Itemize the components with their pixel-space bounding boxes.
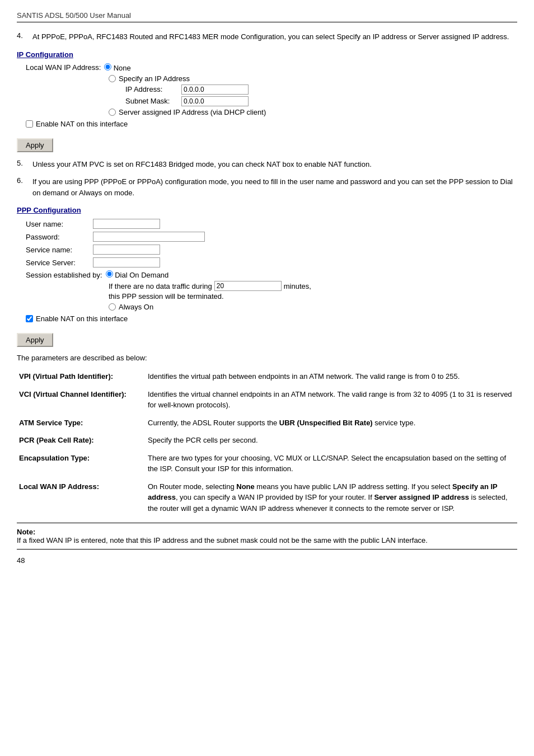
step-4: 4. At PPPoE, PPPoA, RFC1483 Routed and R… [17,31,517,43]
radio-server[interactable] [109,109,116,116]
username-label: User name: [26,220,93,228]
manual-title: SANTIS ADSL 50/500 User Manual [17,11,131,20]
step-5-number: 5. [17,159,32,170]
subnet-mask-label: Subnet Mask: [125,97,181,105]
params-table: VPI (Virtual Path Identifier): Identifie… [17,368,517,517]
session-established-row: Session established by: Dial On Demand [26,270,517,279]
params-intro: The parameters are described as below: [17,354,517,362]
enable-nat-row-ppp: Enable NAT on this interface [26,314,517,323]
table-row: VCI (Virtual Channel Identifier): Identi… [17,386,517,414]
ppp-config-title: PPP Configuration [17,206,517,214]
step-6-text: If you are using PPP (PPPoE or PPPoA) co… [32,176,517,198]
radio-none-label: None [114,64,131,72]
param-term-vci: VCI (Virtual Channel Identifier): [17,386,146,414]
username-input[interactable] [93,219,160,229]
param-term-pcr: PCR (Peak Cell Rate): [17,431,146,449]
note-block: Note: If a fixed WAN IP is entered, note… [17,523,517,550]
enable-nat-label-ip: Enable NAT on this interface [36,120,128,128]
subnet-mask-input[interactable] [181,96,249,106]
param-term-atm: ATM Service Type: [17,414,146,432]
ppp-terminate-text: this PPP session will be terminated. [109,292,517,300]
radio-none[interactable] [104,63,111,71]
step-6-number: 6. [17,176,32,198]
step-4-number: 4. [17,31,32,43]
service-name-row: Service name: [26,245,517,255]
no-traffic-text-after: minutes, [284,282,311,290]
radio-server-label: Server assigned IP Address (via DHCP cli… [119,108,266,116]
ip-config-block: Local WAN IP Address: None Specify an IP… [26,63,517,128]
note-title: Note: [17,528,35,536]
table-row: VPI (Virtual Path Identifier): Identifie… [17,368,517,386]
dial-on-demand-label: Dial On Demand [115,271,168,279]
enable-nat-row-ip: Enable NAT on this interface [26,120,517,128]
page-header: SANTIS ADSL 50/500 User Manual [17,11,517,22]
param-def-vpi: Identifies the virtual path between endp… [146,368,517,386]
radio-server-row: Server assigned IP Address (via DHCP cli… [109,108,517,116]
step-5: 5. Unless your ATM PVC is set on RFC1483… [17,159,517,170]
radio-specify-label: Specify an IP Address [119,74,190,83]
ip-address-input[interactable] [181,84,249,95]
always-on-label: Always On [119,303,153,311]
table-row: ATM Service Type: Currently, the ADSL Ro… [17,414,517,432]
param-def-atm: Currently, the ADSL Router supports the … [146,414,517,432]
param-term-vpi: VPI (Virtual Path Identifier): [17,368,146,386]
username-row: User name: [26,219,517,229]
step-5-text: Unless your ATM PVC is set on RFC1483 Br… [32,159,372,170]
service-server-label: Service Server: [26,259,93,267]
local-wan-row: Local WAN IP Address: None [26,63,517,72]
subnet-mask-row: Subnet Mask: [125,96,517,106]
param-def-vci: Identifies the virtual channel endpoints… [146,386,517,414]
note-text: If a fixed WAN IP is entered, note that … [17,536,428,544]
service-server-input[interactable] [93,257,160,267]
always-on-row: Always On [109,303,517,311]
service-name-label: Service name: [26,246,93,254]
local-wan-label: Local WAN IP Address: [26,63,104,72]
param-term-wan: Local WAN IP Address: [17,478,146,518]
no-traffic-text-before: If there are no data traffic during [109,282,212,290]
no-traffic-block: If there are no data traffic during minu… [109,281,517,311]
password-input[interactable] [93,232,205,242]
service-name-input[interactable] [93,245,160,255]
ppp-config-block: User name: Password: Service name: Servi… [26,219,517,323]
ip-config-title: IP Configuration [17,50,517,59]
service-server-row: Service Server: [26,257,517,267]
page-number: 48 [17,556,517,565]
enable-nat-checkbox-ppp[interactable] [26,315,33,322]
step-6: 6. If you are using PPP (PPPoE or PPPoA)… [17,176,517,198]
table-row: Encapsulation Type: There are two types … [17,449,517,478]
ip-address-row: IP Address: [125,84,517,95]
radio-specify-row: Specify an IP Address [109,74,517,83]
enable-nat-checkbox-ip[interactable] [26,120,33,128]
radio-specify[interactable] [109,75,116,82]
password-label: Password: [26,233,93,241]
param-term-encap: Encapsulation Type: [17,449,146,478]
session-label: Session established by: [26,271,102,279]
apply-button-ppp[interactable]: Apply [17,333,53,347]
step-4-text: At PPPoE, PPPoA, RFC1483 Routed and RFC1… [32,31,509,43]
enable-nat-label-ppp: Enable NAT on this interface [36,314,128,323]
minutes-input[interactable] [214,281,282,291]
param-def-pcr: Specify the PCR cells per second. [146,431,517,449]
table-row: PCR (Peak Cell Rate): Specify the PCR ce… [17,431,517,449]
table-row: Local WAN IP Address: On Router mode, se… [17,478,517,518]
param-def-encap: There are two types for your choosing, V… [146,449,517,478]
dial-on-demand-radio-row: Dial On Demand [106,270,169,279]
param-def-wan: On Router mode, selecting None means you… [146,478,517,518]
ip-address-label: IP Address: [125,85,181,93]
radio-none-row: None [104,63,131,72]
apply-button-ip[interactable]: Apply [17,138,53,152]
password-row: Password: [26,232,517,242]
radio-dial-on-demand[interactable] [106,270,113,278]
radio-always-on[interactable] [109,303,116,311]
